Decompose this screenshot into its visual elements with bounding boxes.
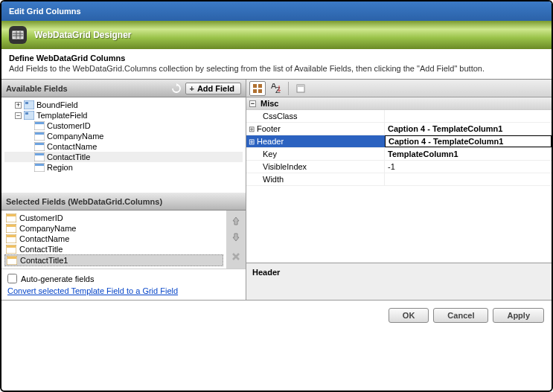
expand-icon[interactable]: ⊞ — [246, 123, 257, 135]
move-up-button[interactable] — [228, 213, 243, 228]
available-fields-header: Available Fields + Add Field — [1, 80, 246, 97]
svg-rect-14 — [35, 143, 44, 145]
bound-column-icon — [34, 142, 45, 151]
template-column-icon — [6, 234, 16, 243]
bound-column-icon — [34, 121, 45, 130]
property-row-visibleindex[interactable]: VisibleIndex -1 — [246, 161, 552, 173]
left-column: Available Fields + Add Field + BoundFiel… — [1, 80, 246, 300]
svg-rect-36 — [297, 85, 304, 87]
tree-item-contactname[interactable]: ContactName — [4, 141, 243, 152]
list-item[interactable]: ContactName — [4, 234, 223, 244]
selected-fields-title: Selected Fields (WebDataGrid.Columns) — [6, 197, 162, 206]
property-pages-button[interactable] — [293, 81, 309, 96]
svg-rect-24 — [7, 235, 16, 237]
define-heading: Define WebDataGrid Columns — [9, 54, 544, 62]
designer-banner: WebDataGrid Designer — [1, 21, 552, 49]
svg-rect-18 — [35, 164, 44, 166]
reorder-actions — [226, 211, 246, 269]
list-item-selected[interactable]: ContactTitle1 — [4, 254, 223, 266]
list-item[interactable]: CustomerID — [4, 213, 223, 223]
svg-rect-16 — [35, 153, 44, 155]
expand-icon[interactable]: ⊞ — [246, 135, 257, 147]
property-grid[interactable]: − Misc CssClass ⊞ Footer Caption 4 - Tem… — [246, 97, 552, 300]
collapse-icon[interactable]: − — [249, 100, 256, 107]
tree-item-contacttitle[interactable]: ContactTitle — [4, 152, 243, 162]
tree-item-templatefield[interactable]: − TemplateField — [4, 110, 243, 121]
apply-button[interactable]: Apply — [493, 308, 544, 323]
selected-fields-header: Selected Fields (WebDataGrid.Columns) — [1, 193, 246, 211]
refresh-icon[interactable] — [170, 83, 182, 94]
define-text: Add Fields to the WebDataGrid.Columns co… — [9, 64, 544, 73]
list-item[interactable]: CompanyName — [4, 223, 223, 234]
svg-rect-22 — [7, 225, 16, 227]
dialog-footer: OK Cancel Apply — [1, 300, 552, 330]
selected-fields-panel: CustomerID CompanyName ContactName Conta… — [1, 211, 246, 269]
template-column-icon — [6, 213, 16, 222]
property-row-width[interactable]: Width — [246, 173, 552, 186]
bound-column-icon — [34, 132, 45, 141]
template-column-icon — [7, 256, 17, 265]
titlebar: Edit Grid Columns — [1, 1, 552, 21]
tree-item-boundfield[interactable]: + BoundField — [4, 100, 243, 110]
plus-icon: + — [189, 84, 194, 93]
list-item[interactable]: ContactTitle — [4, 244, 223, 254]
ok-button[interactable]: OK — [389, 308, 429, 323]
auto-generate-row: Auto-generate fields — [7, 274, 240, 283]
available-fields-title: Available Fields — [6, 84, 68, 93]
available-fields-tree[interactable]: + BoundField − TemplateField CustomerID … — [1, 97, 246, 193]
grid-icon — [9, 26, 27, 44]
svg-rect-29 — [253, 84, 257, 88]
property-row-cssclass[interactable]: CssClass — [246, 110, 552, 123]
property-grid-blank — [246, 186, 552, 263]
tree-item-region[interactable]: Region — [4, 162, 243, 173]
property-row-header[interactable]: ⊞ Header Caption 4 - TemplateColumn1 — [246, 135, 552, 148]
svg-rect-30 — [258, 84, 262, 88]
add-field-label: Add Field — [197, 84, 234, 93]
expand-icon[interactable]: + — [15, 102, 22, 109]
right-column: AZ − Misc CssClass ⊞ Footer Caption 4 - … — [246, 80, 552, 300]
svg-rect-31 — [253, 89, 257, 93]
selected-fields-list[interactable]: CustomerID CompanyName ContactName Conta… — [1, 211, 226, 269]
cancel-button[interactable]: Cancel — [433, 308, 488, 323]
template-column-icon — [6, 224, 16, 233]
window-title: Edit Grid Columns — [9, 7, 81, 16]
bound-column-icon — [34, 152, 45, 161]
property-row-key[interactable]: Key TemplateColumn1 — [246, 148, 552, 161]
tree-item-customerid[interactable]: CustomerID — [4, 121, 243, 131]
define-section: Define WebDataGrid Columns Add Fields to… — [1, 49, 552, 79]
svg-rect-32 — [258, 89, 262, 93]
toolbar-separator — [288, 82, 289, 95]
svg-rect-6 — [25, 102, 28, 104]
field-icon — [24, 111, 34, 120]
move-down-button[interactable] — [228, 230, 243, 245]
add-field-button[interactable]: + Add Field — [185, 83, 241, 94]
designer-title: WebDataGrid Designer — [34, 30, 131, 40]
left-footer: Auto-generate fields Convert selected Te… — [1, 269, 246, 300]
convert-link[interactable]: Convert selected Template Field to a Gri… — [7, 286, 178, 295]
svg-rect-10 — [35, 122, 44, 124]
dialog-window: Edit Grid Columns WebDataGrid Designer D… — [0, 0, 553, 392]
template-column-icon — [6, 245, 16, 254]
property-description: Header — [246, 263, 552, 300]
property-toolbar: AZ — [246, 80, 552, 97]
svg-rect-8 — [25, 112, 28, 115]
svg-text:Z: Z — [275, 86, 281, 94]
property-row-footer[interactable]: ⊞ Footer Caption 4 - TemplateColumn1 — [246, 123, 552, 135]
main-area: Available Fields + Add Field + BoundFiel… — [1, 79, 552, 300]
svg-rect-26 — [7, 245, 16, 248]
svg-rect-7 — [24, 111, 34, 120]
svg-rect-12 — [35, 132, 44, 135]
alphabetical-button[interactable]: AZ — [268, 81, 284, 96]
svg-rect-28 — [7, 257, 16, 259]
categorized-button[interactable] — [249, 81, 266, 96]
collapse-icon[interactable]: − — [15, 112, 22, 119]
auto-generate-checkbox[interactable] — [7, 274, 17, 283]
tree-item-companyname[interactable]: CompanyName — [4, 131, 243, 141]
svg-rect-20 — [7, 214, 16, 216]
delete-button[interactable] — [228, 249, 243, 264]
auto-generate-label: Auto-generate fields — [21, 274, 94, 283]
svg-rect-5 — [24, 100, 34, 109]
svg-rect-0 — [13, 31, 23, 39]
property-category-misc[interactable]: − Misc — [246, 97, 552, 110]
bound-column-icon — [34, 163, 45, 172]
